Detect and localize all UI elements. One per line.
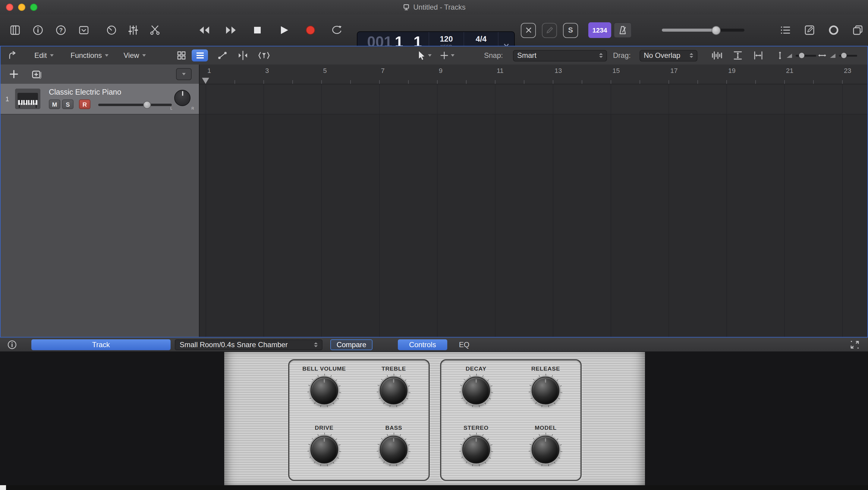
solo-mode-button[interactable]: S	[563, 23, 578, 38]
media-browser-button[interactable]	[850, 22, 866, 38]
knob-label: RELEASE	[531, 365, 560, 372]
record-button[interactable]	[300, 22, 321, 38]
region-filter-button[interactable]	[256, 49, 272, 62]
knob-drive[interactable]: DRIVE	[289, 421, 359, 480]
preset-dropdown[interactable]: Small Room/0.4s Snare Chamber	[175, 339, 322, 350]
left-click-tool-menu[interactable]	[414, 49, 435, 62]
rewind-button[interactable]	[194, 22, 215, 38]
ruler-mark: 5	[323, 67, 327, 74]
knob-dial-icon[interactable]	[307, 374, 341, 407]
minimize-window-button[interactable]	[18, 4, 25, 11]
device-panel: BELL VOLUME TREBLE DRIVE BASS	[224, 352, 645, 485]
track-header-column: 1 Classic Electric Piano M S	[1, 64, 199, 337]
master-volume-thumb[interactable]	[712, 26, 721, 35]
flex-button[interactable]	[236, 49, 250, 62]
track-volume-slider[interactable]	[98, 104, 172, 106]
track-lane[interactable]	[199, 84, 867, 115]
cycle-button[interactable]	[327, 22, 347, 38]
knob-dial-icon[interactable]	[307, 433, 341, 466]
ruler-mark: 1	[207, 67, 211, 74]
notepad-icon	[804, 24, 815, 36]
mute-button[interactable]: M	[49, 99, 60, 109]
horizontal-auto-zoom-button[interactable]	[750, 49, 766, 62]
ruler-mark: 9	[439, 67, 442, 74]
editors-button[interactable]	[147, 22, 163, 38]
duplicate-track-button[interactable]	[30, 67, 45, 81]
knob-dial-icon[interactable]	[529, 433, 563, 466]
edit-menu[interactable]: Edit	[34, 47, 53, 64]
metronome-button[interactable]	[614, 22, 632, 38]
replace-mode-button[interactable]	[521, 23, 536, 38]
knob-model[interactable]: MODEL	[511, 421, 581, 480]
knob-treble[interactable]: TREBLE	[359, 362, 429, 421]
vertical-zoom-thumb[interactable]	[799, 53, 804, 58]
track-icon[interactable]	[15, 89, 40, 109]
play-button[interactable]	[274, 22, 294, 38]
horizontal-zoom-slider[interactable]	[839, 55, 857, 56]
count-in-button[interactable]: 1234	[588, 22, 611, 38]
pan-knob[interactable]	[174, 90, 190, 106]
mixer-button[interactable]	[125, 22, 141, 38]
stop-button[interactable]	[247, 22, 268, 38]
tab-eq[interactable]: EQ	[451, 339, 477, 350]
horizontal-zoom-thumb[interactable]	[841, 53, 847, 58]
edit-menu-label: Edit	[34, 51, 47, 60]
grid-view-button[interactable]	[173, 50, 189, 61]
master-volume-slider[interactable]	[662, 29, 744, 32]
add-track-button[interactable]	[7, 67, 21, 81]
note-pads-button[interactable]	[802, 22, 817, 38]
knob-bass[interactable]: BASS	[359, 421, 429, 480]
knob-label: BELL VOLUME	[302, 365, 346, 372]
chevron-down-icon	[451, 54, 455, 57]
track-row[interactable]: 1 Classic Electric Piano M S	[1, 84, 199, 115]
titlebar: Untitled - Tracks	[0, 0, 868, 15]
knob-bell-volume[interactable]: BELL VOLUME	[289, 362, 359, 421]
knob-decay[interactable]: DECAY	[441, 362, 511, 421]
close-window-button[interactable]	[6, 4, 13, 11]
track-view-button[interactable]	[192, 50, 208, 61]
track-scope-button[interactable]: Track	[31, 339, 170, 350]
catch-playhead-button[interactable]	[5, 49, 19, 62]
knob-dial-icon[interactable]	[459, 433, 493, 466]
waveform-zoom-button[interactable]	[710, 49, 725, 62]
loop-browser-button[interactable]	[826, 22, 841, 38]
chevron-down-icon	[428, 54, 432, 57]
record-enable-button[interactable]: R	[79, 99, 90, 109]
command-click-tool-menu[interactable]	[437, 49, 458, 62]
track-volume-thumb[interactable]	[143, 101, 151, 109]
sc-inspector-button[interactable]	[6, 339, 18, 351]
inspector-button[interactable]	[30, 22, 46, 38]
zoom-window-button[interactable]	[30, 4, 37, 11]
track-name[interactable]: Classic Electric Piano	[49, 88, 121, 96]
solo-button[interactable]: S	[62, 99, 73, 109]
knob-dial-icon[interactable]	[377, 374, 411, 407]
vertical-auto-zoom-button[interactable]	[730, 49, 746, 62]
drag-dropdown[interactable]: No Overlap	[640, 50, 698, 61]
playhead-marker[interactable]	[202, 78, 209, 84]
knob-dial-icon[interactable]	[377, 433, 411, 466]
functions-menu[interactable]: Functions	[70, 47, 108, 64]
view-menu[interactable]: View	[124, 47, 146, 64]
knob-dial-icon[interactable]	[459, 374, 493, 407]
smart-controls-button[interactable]	[104, 22, 119, 38]
automation-button[interactable]	[215, 49, 230, 62]
forward-button[interactable]	[221, 22, 241, 38]
tab-controls[interactable]: Controls	[398, 339, 447, 350]
bar-ruler[interactable]: 1 3 5 7 9 11 13 15 17 19 21 23	[199, 64, 867, 84]
arrange-area[interactable]: 1 3 5 7 9 11 13 15 17 19 21 23	[199, 64, 867, 337]
forward-icon	[224, 24, 238, 36]
toolbar-toggle-button[interactable]	[76, 22, 92, 38]
compare-button[interactable]: Compare	[330, 339, 373, 350]
knob-dial-icon[interactable]	[529, 374, 563, 407]
vertical-zoom-slider[interactable]	[796, 55, 816, 56]
track-header-config-button[interactable]	[176, 68, 192, 80]
sc-link-button[interactable]	[847, 339, 862, 350]
list-editors-button[interactable]	[778, 22, 793, 38]
quick-help-button[interactable]: ?	[53, 22, 69, 38]
knob-stereo[interactable]: STEREO	[441, 421, 511, 480]
knob-release[interactable]: RELEASE	[511, 362, 581, 421]
autopunch-button[interactable]	[542, 23, 557, 38]
snap-dropdown[interactable]: Smart	[513, 50, 607, 61]
library-button[interactable]	[7, 22, 23, 38]
pan-left-label: L	[170, 107, 173, 110]
